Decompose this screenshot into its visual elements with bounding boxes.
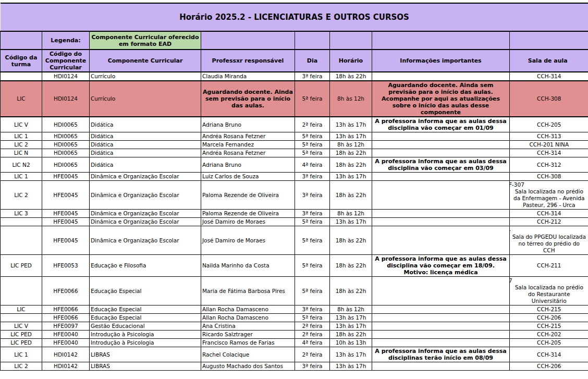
cell-professor: Andréa Rosana Fetzner (201, 132, 295, 141)
legend-empty-cell (201, 31, 295, 50)
cell-componente: Educação Especial (90, 305, 201, 314)
column-header-professor: Professxr responsável (201, 50, 295, 72)
table-row: HFE0045Dinâmica e Organização EscolarJos… (1, 226, 588, 255)
cell-horario: 18h às 22h (330, 157, 372, 173)
cell-codigo: HDI0065 (42, 132, 90, 141)
table-row: HDI0124CurrículoClaudia Miranda3ª feira1… (1, 72, 588, 81)
legend-ead-note: Componente Curricular oferecido em forma… (90, 31, 201, 50)
cell-professor: José Damiro de Moraes (201, 226, 295, 255)
cell-professor: Adriana Bruno (201, 157, 295, 173)
cell-info (372, 173, 510, 181)
cell-codigo: HFE0040 (42, 331, 90, 339)
cell-horario: 18h às 22h (330, 277, 372, 305)
cell-professor: Adriana Bruno (201, 117, 295, 132)
cell-info (372, 331, 510, 339)
cell-info: Aguardando docente. Ainda sem previsão p… (372, 81, 510, 117)
cell-info: A professora informa que as aulas dessa … (372, 347, 510, 362)
cell-professor: Paloma Rezende de Oliveira (201, 210, 295, 218)
schedule-table: Horário 2025.2 - LICENCIATURAS E OUTROS … (0, 3, 588, 371)
cell-dia: 5ª feira (295, 81, 330, 117)
cell-professor: Allan Rocha Damasceno (201, 314, 295, 322)
cell-info (372, 149, 510, 157)
cell-professor: Allan Rocha Damasceno (201, 305, 295, 314)
title-row: Horário 2025.2 - LICENCIATURAS E OUTROS … (1, 3, 588, 31)
cell-info (372, 181, 510, 210)
cell-codigo: HDI0065 (42, 149, 90, 157)
cell-sala: CCH-211 (510, 255, 588, 277)
schedule-body: HDI0124CurrículoClaudia Miranda3ª feira1… (1, 72, 588, 371)
table-row: LIC N2HDI0065DidáticaAdriana Bruno4ª fei… (1, 157, 588, 173)
cell-sala: CCH-205 (510, 117, 588, 132)
cell-horario: 13h às 17h (330, 117, 372, 132)
cell-professor: Andréa Rosana Fetzner (201, 149, 295, 157)
cell-componente: Educação Especial (90, 277, 201, 305)
cell-horario: 10h às 13h (330, 339, 372, 347)
cell-horario: 13h às 17h (330, 322, 372, 331)
legend-row: Legenda: Componente Curricular oferecido… (1, 31, 588, 50)
cell-sala: F-307Sala localizada no prédio da Enferm… (510, 181, 588, 210)
cell-horario: 18h às 22h (330, 331, 372, 339)
cell-componente: Currículo (90, 81, 201, 117)
cell-componente: Gestão Educacional (90, 322, 201, 331)
cell-dia: 3ª feira (295, 72, 330, 81)
table-row: HFE0045Dinâmica e Organização EscolarJos… (1, 218, 588, 226)
cell-turma: LIC N2 (1, 157, 42, 173)
cell-turma: LIC PED (1, 331, 42, 339)
legend-empty-cell (510, 31, 588, 50)
cell-horario: 13h às 17h (330, 173, 372, 181)
cell-componente: LIBRAS (90, 362, 201, 371)
cell-dia: 3ª feira (295, 210, 330, 218)
cell-info (372, 218, 510, 226)
cell-codigo: HDI0065 (42, 157, 90, 173)
cell-sala: CCH-206 (510, 314, 588, 322)
table-row: LIC PEDHFE0053Educação e FilosofiaNailda… (1, 255, 588, 277)
cell-dia: 3ª feira (295, 181, 330, 210)
cell-componente: Dinâmica e Organização Escolar (90, 218, 201, 226)
cell-dia: 4ª feira (295, 157, 330, 173)
cell-turma: LIC (1, 81, 42, 117)
cell-turma: LIC PED (1, 255, 42, 277)
cell-codigo: HFE0045 (42, 173, 90, 181)
cell-componente: Didática (90, 117, 201, 132)
table-row: LIC VHDI0065DidáticaAdriana Bruno2ª feir… (1, 117, 588, 132)
cell-info (372, 339, 510, 347)
cell-codigo: HFE0066 (42, 314, 90, 322)
sala-clipped-prefix: F-307 (511, 181, 587, 188)
cell-info (372, 305, 510, 314)
table-row: LIC 2HDI0142LIBRASAugusto Machado dos Sa… (1, 362, 588, 371)
cell-componente: Introdução à Psicologia (90, 331, 201, 339)
cell-sala: CCH-312 (510, 157, 588, 173)
table-row: LIC 2HFE0045Dinâmica e Organização Escol… (1, 181, 588, 210)
cell-codigo: HDI0142 (42, 362, 90, 371)
cell-info: A professora informa que as aulas dessa … (372, 157, 510, 173)
cell-componente: Didática (90, 132, 201, 141)
legend-empty-cell (295, 31, 330, 50)
cell-dia: 5ª feira (295, 218, 330, 226)
cell-turma: LIC 1 (1, 173, 42, 181)
legend-empty-cell (330, 31, 372, 50)
cell-horario: 18h às 22h (330, 149, 372, 157)
cell-dia: 5ª feira (295, 255, 330, 277)
legend-empty-cell (372, 31, 510, 50)
cell-componente: Didática (90, 141, 201, 149)
table-row: LIC PEDHFE0040Introdução à PsicologiaFra… (1, 339, 588, 347)
cell-horario: 13h às 17h (330, 362, 372, 371)
cell-professor: Francisco Ramos de Farias (201, 339, 295, 347)
cell-dia: 2ª feira (295, 322, 330, 331)
cell-sala: CCH-206 (510, 362, 588, 371)
table-row: HFE0066Educação EspecialAllan Rocha Dama… (1, 314, 588, 322)
cell-componente: Didática (90, 157, 201, 173)
cell-horario: 8h às 12h (330, 305, 372, 314)
cell-professor: Marcela Fernandez (201, 141, 295, 149)
table-row: LIC VHFE0097Gestão EducacionalAna Cristi… (1, 322, 588, 331)
table-row: LIC NHDI0065DidáticaAndréa Rosana Fetzne… (1, 149, 588, 157)
cell-sala: CCH-314 (510, 210, 588, 218)
cell-sala: CCH-308 (510, 81, 588, 117)
cell-info (372, 72, 510, 81)
table-row: LIC 1HDI0142LIBRASRachel Colacique2ª fei… (1, 347, 588, 362)
cell-codigo: HFE0053 (42, 255, 90, 277)
cell-turma: LIC 1 (1, 132, 42, 141)
cell-componente: Dinâmica e Organização Escolar (90, 210, 201, 218)
cell-componente: Currículo (90, 72, 201, 81)
cell-sala: CCH-314 (510, 347, 588, 362)
